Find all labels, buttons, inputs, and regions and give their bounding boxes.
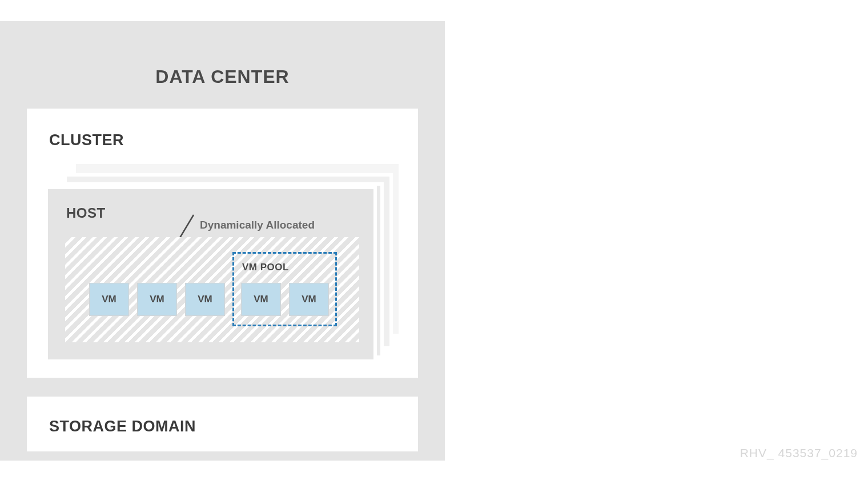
- storage-domain-box: STORAGE DOMAIN: [27, 397, 418, 451]
- footer-reference-id: RHV_ 453537_0219: [740, 446, 858, 460]
- vm-box: VM: [137, 283, 177, 316]
- host-box: HOST Dynamically Allocated VM VM VM VM V…: [48, 186, 377, 359]
- vm-pool-box: VM POOL: [232, 252, 337, 326]
- vm-box: VM: [89, 283, 129, 316]
- dynamic-allocated-label: Dynamically Allocated: [200, 219, 315, 231]
- storage-domain-title: STORAGE DOMAIN: [49, 418, 196, 435]
- vm-pool-label: VM POOL: [242, 262, 289, 273]
- cluster-box: CLUSTER HOST Dynamically Allocated VM VM…: [27, 109, 418, 378]
- host-title: HOST: [66, 205, 106, 221]
- datacenter-box: DATA CENTER CLUSTER HOST Dynamically All…: [0, 21, 445, 461]
- vm-box: VM: [185, 283, 225, 316]
- diagram-canvas: DATA CENTER CLUSTER HOST Dynamically All…: [0, 0, 868, 500]
- dynamic-area: VM VM VM VM VM VM POOL: [65, 237, 359, 342]
- datacenter-title: DATA CENTER: [0, 66, 445, 87]
- cluster-title: CLUSTER: [49, 131, 124, 149]
